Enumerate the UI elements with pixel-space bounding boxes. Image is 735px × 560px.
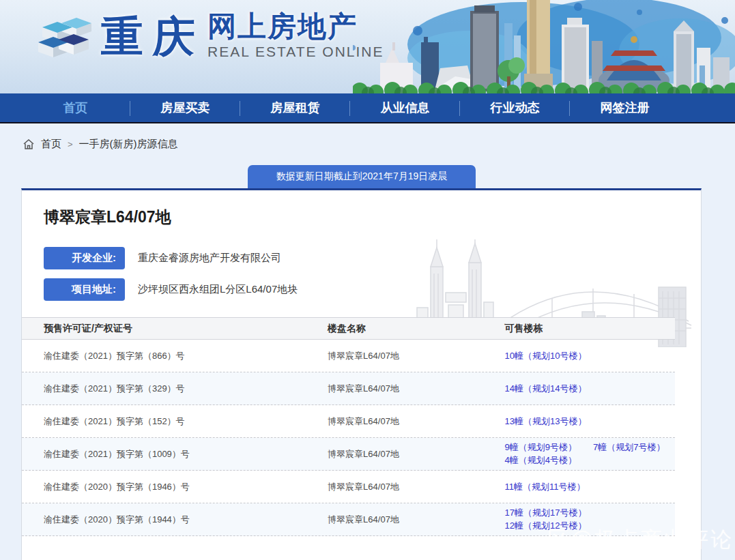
data-update-banner: 数据更新日期截止到2021年7月19日凌晨 xyxy=(248,165,476,188)
table-row: 渝住建委（2021）预字第（866）号博翠宸章L64/07地10幢（规划10号楼… xyxy=(22,340,675,372)
city-skyline-illustration xyxy=(353,0,735,93)
site-header: 重庆 网上房地产 REAL ESTATE ONLINE xyxy=(0,0,735,93)
license-number: 渝住建委（2021）预字第（1009）号 xyxy=(22,448,328,460)
address-field: 项目地址: 沙坪坝区西永组团L分区L64/07地块 xyxy=(44,278,701,301)
page-title: 博翠宸章L64/07地 xyxy=(44,207,701,228)
project-name: 博翠宸章L64/07地 xyxy=(328,350,504,362)
nav-item-industry-info[interactable]: 从业信息 xyxy=(350,93,460,122)
developer-field: 开发企业: 重庆金睿源房地产开发有限公司 xyxy=(44,247,701,269)
buildings-cell: 13幢（规划13号楼） xyxy=(505,415,675,428)
page: 重庆 网上房地产 REAL ESTATE ONLINE xyxy=(0,0,735,560)
logo-cubes-icon xyxy=(34,12,93,64)
project-name: 博翠宸章L64/07地 xyxy=(328,448,504,460)
col-header-license: 预售许可证/产权证号 xyxy=(22,323,328,335)
buildings-cell: 17幢（规划17号楼）12幢（规划12号楼） xyxy=(505,507,675,532)
buildings-cell: 10幢（规划10号楼） xyxy=(505,350,675,362)
table-row: 渝住建委（2020）预字第（1946）号博翠宸章L64/07地11幢（规划11号… xyxy=(22,471,675,503)
breadcrumb-current: 一手房(新房)房源信息 xyxy=(79,138,178,151)
breadcrumb-separator: > xyxy=(68,139,73,149)
developer-label: 开发企业: xyxy=(44,247,125,269)
building-link[interactable]: 4幢（规划4号楼） xyxy=(505,454,577,467)
building-link[interactable]: 17幢（规划17号楼） xyxy=(505,507,587,519)
table-row: 渝住建委（2021）预字第（329）号博翠宸章L64/07地14幢（规划14号楼… xyxy=(22,372,675,405)
buildings-cell: 9幢（规划9号楼）7幢（规划7号楼）4幢（规划4号楼） xyxy=(505,441,675,467)
breadcrumb: 首页 > 一手房(新房)房源信息 xyxy=(0,123,735,151)
table-row: 渝住建委（2020）预字第（1944）号博翠宸章L64/07地17幢（规划17号… xyxy=(22,503,675,536)
table-row: 渝住建委（2021）预字第（1009）号博翠宸章L64/07地9幢（规划9号楼）… xyxy=(22,438,675,471)
nav-item-house-rent[interactable]: 房屋租赁 xyxy=(240,93,350,122)
buildings-cell: 14幢（规划14号楼） xyxy=(505,383,675,395)
project-name: 博翠宸章L64/07地 xyxy=(328,481,504,493)
home-icon[interactable] xyxy=(23,138,35,150)
table-row: 渝住建委（2021）预字第（152）号博翠宸章L64/07地13幢（规划13号楼… xyxy=(22,405,675,438)
table-header-row: 预售许可证/产权证号 楼盘名称 可售楼栋 xyxy=(22,317,675,340)
building-link[interactable]: 14幢（规划14号楼） xyxy=(505,383,587,395)
table-body: 渝住建委（2021）预字第（866）号博翠宸章L64/07地10幢（规划10号楼… xyxy=(22,340,675,536)
project-name: 博翠宸章L64/07地 xyxy=(328,514,504,526)
buildings-cell: 11幢（规划11号楼） xyxy=(505,481,675,493)
col-header-buildings: 可售楼栋 xyxy=(505,323,675,335)
nav-item-online-sign-register[interactable]: 网签注册 xyxy=(570,93,680,122)
license-number: 渝住建委（2021）预字第（866）号 xyxy=(22,350,328,362)
license-number: 渝住建委（2020）预字第（1944）号 xyxy=(22,514,328,526)
nav-item-house-sale[interactable]: 房屋买卖 xyxy=(130,93,240,122)
license-number: 渝住建委（2021）预字第（152）号 xyxy=(22,415,328,428)
logo-site-name: 网上房地产 xyxy=(207,11,384,42)
license-number: 渝住建委（2021）预字第（329）号 xyxy=(22,383,328,395)
nav-item-home[interactable]: 首页 xyxy=(20,93,130,122)
permits-table: 预售许可证/产权证号 楼盘名称 可售楼栋 渝住建委（2021）预字第（866）号… xyxy=(22,317,675,536)
col-header-name: 楼盘名称 xyxy=(328,323,504,335)
building-link[interactable]: 9幢（规划9号楼） xyxy=(505,441,577,454)
address-label: 项目地址: xyxy=(44,278,125,301)
logo-english-name: REAL ESTATE ONLINE xyxy=(207,44,384,60)
breadcrumb-home-link[interactable]: 首页 xyxy=(41,138,61,151)
project-name: 博翠宸章L64/07地 xyxy=(328,415,504,428)
logo-chongqing-text: 重庆 xyxy=(101,8,205,65)
building-link[interactable]: 12幢（规划12号楼） xyxy=(505,520,587,532)
building-link[interactable]: 13幢（规划13号楼） xyxy=(505,415,587,428)
project-name: 博翠宸章L64/07地 xyxy=(328,383,504,395)
site-logo: 重庆 网上房地产 REAL ESTATE ONLINE xyxy=(34,7,384,65)
main-content: 首页 > 一手房(新房)房源信息 数据更新日期截止到2021年7月19日凌晨 xyxy=(0,123,735,559)
developer-value: 重庆金睿源房地产开发有限公司 xyxy=(138,252,281,265)
project-card: 博翠宸章L64/07地 开发企业: 重庆金睿源房地产开发有限公司 项目地址: 沙… xyxy=(21,188,702,560)
building-link[interactable]: 10幢（规划10号楼） xyxy=(505,350,587,362)
building-link[interactable]: 7幢（规划7号楼） xyxy=(593,441,665,454)
address-value: 沙坪坝区西永组团L分区L64/07地块 xyxy=(138,283,298,296)
license-number: 渝住建委（2020）预字第（1946）号 xyxy=(22,481,328,493)
main-nav: 首页 房屋买卖 房屋租赁 从业信息 行业动态 网签注册 xyxy=(0,93,735,123)
building-link[interactable]: 11幢（规划11号楼） xyxy=(505,481,586,493)
nav-item-industry-news[interactable]: 行业动态 xyxy=(460,93,570,122)
